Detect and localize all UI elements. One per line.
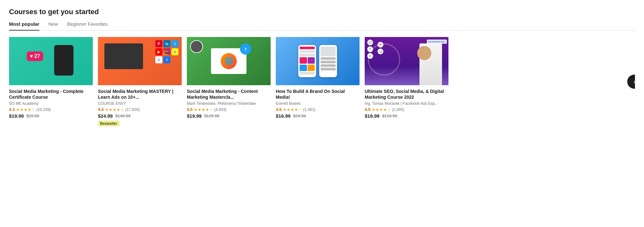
tab-new[interactable]: New (48, 21, 58, 31)
stars-4: ★ ★ ★ ★ ☆ (283, 107, 302, 112)
price-row-5: $18.99 $119.99 (365, 113, 448, 119)
price-original-3: $129.99 (204, 114, 219, 118)
thumb-5-content: 💬 f G P 📊 facebook Ads (365, 37, 448, 85)
star-3: ★ (24, 107, 27, 112)
laptop-shape (104, 43, 143, 69)
star-4: ★ (117, 107, 120, 112)
star-3: ★ (113, 107, 116, 112)
youtube-icon: ▶ (155, 48, 162, 55)
man-shape (419, 43, 442, 85)
star-2: ★ (20, 107, 24, 112)
rating-num-2: 4.5 (98, 107, 104, 112)
star-half-3: ☆ (209, 107, 213, 112)
social-icons-grid: P in t ▶ 📷 👻 G f (155, 40, 178, 63)
course-thumbnail-1: ♥ 27 (9, 37, 93, 85)
star-half-1: ☆ (32, 107, 35, 112)
star-1: ★ (372, 107, 375, 112)
course-title-3: Social Media Marketing - Content Marketi… (187, 88, 271, 100)
star-4: ★ (383, 107, 387, 112)
chat-icon-float: 💬 (367, 40, 373, 45)
course-title-2: Social Media Marketing MASTERY | Learn A… (98, 88, 182, 100)
price-current-1: $19.99 (9, 113, 24, 119)
next-arrow-button[interactable]: › (627, 75, 635, 89)
twitter-float-icon: t (240, 43, 251, 55)
rating-row-5: 4.5 ★ ★ ★ ★ ☆ (2,005) (365, 107, 448, 112)
tab-beginner-favorites[interactable]: Beginner Favorites (67, 21, 108, 31)
fb-ads-badge: facebook Ads (427, 40, 447, 44)
heart-bubble: ♥ 27 (27, 51, 43, 61)
bestseller-badge: Bestseller (98, 121, 120, 126)
phone-mockup-1 (298, 45, 316, 77)
price-current-3: $19.99 (187, 113, 202, 119)
pinterest-icon: P (155, 40, 162, 47)
rating-count-3: (4,933) (214, 107, 226, 112)
man-head (417, 46, 431, 60)
course-thumbnail-5: 💬 f G P 📊 facebook Ads (365, 37, 448, 85)
section-title: Courses to get you started (9, 8, 635, 16)
facebook-icon: f (163, 56, 170, 63)
price-row-1: $19.99 $29.99 (9, 113, 93, 119)
google-icon: G (155, 56, 162, 63)
star-half-5: ☆ (387, 107, 391, 112)
rating-row-2: 4.5 ★ ★ ★ ★ ☆ (17,828) (98, 107, 182, 112)
course-card-4[interactable]: How To Build A Brand On Social Media! Ev… (276, 37, 360, 119)
course-author-2: COURSE ENVY (98, 101, 182, 106)
courses-row: ♥ 27 Social Media Marketing - Complete C… (9, 37, 635, 126)
linkedin-icon: in (163, 40, 170, 47)
stars-5: ★ ★ ★ ★ ☆ (372, 107, 391, 112)
fb-icon-float: f (367, 46, 373, 52)
pinterest-float: P (378, 42, 383, 48)
rating-count-1: (10,339) (36, 107, 51, 112)
heart-count: 27 (34, 53, 40, 59)
star-4: ★ (294, 107, 298, 112)
course-card-2[interactable]: P in t ▶ 📷 👻 G f Social Media Marketing … (98, 37, 182, 126)
rating-count-2: (17,828) (125, 107, 140, 112)
phone-mockup-2 (319, 45, 337, 77)
course-author-5: Ing. Tomas Moravek | Facebook Ads Exp... (365, 101, 448, 106)
price-row-3: $19.99 $129.99 (187, 113, 271, 119)
rating-count-4: (1,481) (303, 107, 315, 112)
course-card-5[interactable]: 💬 f G P 📊 facebook Ads Ultimate SEO, Soc… (365, 37, 448, 119)
star-1: ★ (105, 107, 109, 112)
course-title-4: How To Build A Brand On Social Media! (276, 88, 360, 100)
star-4: ★ (28, 107, 31, 112)
price-original-5: $119.99 (382, 114, 397, 118)
star-1: ★ (283, 107, 286, 112)
stars-2: ★ ★ ★ ★ ☆ (105, 107, 124, 112)
rating-row-1: 4.3 ★ ★ ★ ★ ☆ (10,339) (9, 107, 93, 112)
rating-count-5: (2,005) (392, 107, 404, 112)
star-3: ★ (291, 107, 294, 112)
course-card-1[interactable]: ♥ 27 Social Media Marketing - Complete C… (9, 37, 93, 119)
price-original-2: $149.99 (115, 114, 130, 118)
social-float-icons: 💬 f G (367, 40, 373, 59)
star-2: ★ (109, 107, 112, 112)
course-thumbnail-4 (276, 37, 360, 85)
star-2: ★ (198, 107, 201, 112)
instagram-icon: 📷 (163, 48, 170, 55)
course-thumbnail-3: 🌐 t (187, 37, 271, 85)
star-1: ★ (16, 107, 20, 112)
price-current-5: $18.99 (365, 113, 380, 119)
course-title-1: Social Media Marketing - Complete Certif… (9, 88, 93, 100)
heart-icon: ♥ (30, 53, 33, 59)
course-card-3[interactable]: 🌐 t Social Media Marketing - Content Mar… (187, 37, 271, 119)
course-author-4: Everett Bowes (276, 101, 360, 106)
twitter-icon: t (171, 40, 178, 47)
price-current-4: $16.99 (276, 113, 291, 119)
star-1: ★ (194, 107, 197, 112)
chevron-right-icon: › (633, 78, 635, 85)
star-4: ★ (206, 107, 209, 112)
tabs-container: Most popular New Beginner Favorites (9, 21, 635, 31)
star-2: ★ (287, 107, 290, 112)
course-author-3: Mark Timberlake, Philomena Timberlake (187, 101, 271, 106)
g-icon-float: G (367, 53, 373, 59)
rating-row-4: 4.5 ★ ★ ★ ★ ☆ (1,481) (276, 107, 360, 112)
star-half-2: ☆ (120, 107, 124, 112)
price-original-1: $29.99 (26, 114, 39, 118)
rating-num-5: 4.5 (365, 107, 370, 112)
star-3: ★ (380, 107, 383, 112)
course-title-5: Ultimate SEO, Social Media, & Digital Ma… (365, 88, 448, 100)
right-social-icons: P 📊 (378, 42, 383, 54)
bar-chart-icon: 📊 (378, 49, 383, 54)
tab-most-popular[interactable]: Most popular (9, 21, 39, 31)
